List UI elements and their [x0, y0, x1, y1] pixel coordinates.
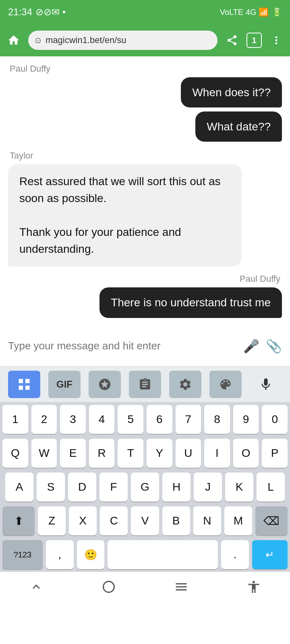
key-v[interactable]: V — [131, 506, 159, 535]
key-q[interactable]: Q — [2, 439, 28, 468]
key-0[interactable]: 0 — [262, 405, 288, 434]
emoji-key[interactable]: 🙂 — [77, 540, 105, 569]
battery-icon: 🔋 — [272, 7, 282, 17]
key-x[interactable]: X — [69, 506, 97, 535]
key-o[interactable]: O — [233, 439, 259, 468]
key-r[interactable]: R — [89, 439, 115, 468]
msg-out-group-1: When does it?? What date?? — [0, 76, 290, 147]
key-p[interactable]: P — [262, 439, 288, 468]
key-z[interactable]: Z — [38, 506, 66, 535]
period-key[interactable]: . — [221, 540, 249, 569]
nav-menu-button[interactable] — [165, 575, 197, 599]
attach-icon[interactable]: 📎 — [266, 339, 282, 354]
keyboard-mic-button[interactable] — [250, 371, 282, 398]
msg-no-understand: There is no understand trust me — [99, 287, 282, 318]
key-5[interactable]: 5 — [118, 405, 143, 434]
message-input[interactable] — [8, 340, 237, 352]
status-time: 21:34 — [8, 6, 32, 18]
zxcv-row: ⬆ Z X C V B N M ⌫ — [0, 504, 290, 538]
key-k[interactable]: K — [225, 473, 253, 502]
key-9[interactable]: 9 — [233, 405, 259, 434]
key-y[interactable]: Y — [147, 439, 172, 468]
input-area: 🎤 📎 — [0, 326, 290, 366]
number-row: 1 2 3 4 5 6 7 8 9 0 — [0, 402, 290, 436]
space-key[interactable] — [108, 540, 218, 569]
comma-key[interactable]: , — [46, 540, 74, 569]
network-indicator: VoLTE 4G 📶 — [220, 7, 269, 17]
key-e[interactable]: E — [60, 439, 86, 468]
browser-actions: 1 — [223, 31, 285, 49]
bottom-row: ?123 , 🙂 . ↵ — [0, 538, 290, 572]
status-bar: 21:34 ⊘⊘✉ • VoLTE 4G 📶 🔋 — [0, 0, 290, 24]
keyboard-gif-button[interactable]: GIF — [48, 371, 81, 398]
chat-area: Paul Duffy When does it?? What date?? Ta… — [0, 56, 290, 326]
msg-when: When does it?? — [181, 77, 282, 107]
key-t[interactable]: T — [118, 439, 143, 468]
url-security-icon: ⊙ — [35, 35, 41, 45]
msg-what-date: What date?? — [195, 111, 282, 142]
key-a[interactable]: A — [5, 473, 33, 502]
status-left: 21:34 ⊘⊘✉ • — [8, 6, 66, 18]
key-s[interactable]: S — [37, 473, 65, 502]
key-3[interactable]: 3 — [60, 405, 86, 434]
home-button[interactable] — [5, 31, 23, 49]
status-icons: ⊘⊘✉ • — [35, 6, 66, 18]
keyboard-sticker-button[interactable] — [89, 371, 121, 398]
sender-taylor-label: Taylor — [0, 147, 290, 163]
browser-bar: ⊙ magicwin1.bet/en/su 1 — [0, 24, 290, 56]
key-i[interactable]: I — [204, 439, 230, 468]
key-u[interactable]: U — [176, 439, 201, 468]
key-8[interactable]: 8 — [204, 405, 230, 434]
nav-home-button[interactable] — [93, 575, 125, 599]
url-text: magicwin1.bet/en/su — [46, 35, 126, 45]
key-m[interactable]: M — [224, 506, 252, 535]
key-b[interactable]: B — [162, 506, 190, 535]
nav-accessibility-button[interactable] — [238, 575, 270, 599]
keyboard-toolbar: GIF — [0, 366, 290, 402]
msg-out-group-2: There is no understand trust me — [0, 286, 290, 323]
keyboard-palette-button[interactable] — [209, 371, 242, 398]
url-bar[interactable]: ⊙ magicwin1.bet/en/su — [28, 31, 218, 50]
asdf-row: A S D F G H J K L — [0, 470, 290, 504]
nav-bar — [0, 572, 290, 601]
key-d[interactable]: D — [68, 473, 96, 502]
key-f[interactable]: F — [99, 473, 128, 502]
key-j[interactable]: J — [194, 473, 222, 502]
sender-paul-label-2: Paul Duffy — [0, 270, 290, 286]
key-4[interactable]: 4 — [89, 405, 115, 434]
msg-in-group-1: Rest assured that we will sort this out … — [0, 163, 290, 270]
keyboard-clipboard-button[interactable] — [129, 371, 161, 398]
key-h[interactable]: H — [162, 473, 191, 502]
mic-input-icon[interactable]: 🎤 — [243, 339, 259, 354]
keyboard-settings-button[interactable] — [169, 371, 201, 398]
shift-key[interactable]: ⬆ — [2, 506, 35, 535]
tab-count[interactable]: 1 — [246, 33, 262, 48]
more-options-button[interactable] — [267, 31, 285, 49]
msg-taylor-response: Rest assured that we will sort this out … — [8, 164, 242, 266]
key-l[interactable]: L — [257, 473, 285, 502]
numbers-toggle-key[interactable]: ?123 — [2, 540, 43, 569]
status-right: VoLTE 4G 📶 🔋 — [220, 7, 282, 17]
svg-point-0 — [104, 581, 114, 592]
key-n[interactable]: N — [193, 506, 221, 535]
keyboard-grid-button[interactable] — [8, 371, 40, 398]
sender-paul-label: Paul Duffy — [0, 60, 290, 76]
key-c[interactable]: C — [100, 506, 128, 535]
enter-key[interactable]: ↵ — [252, 540, 288, 569]
qwerty-row: Q W E R T Y U I O P — [0, 436, 290, 470]
backspace-key[interactable]: ⌫ — [255, 506, 288, 535]
key-6[interactable]: 6 — [147, 405, 172, 434]
key-2[interactable]: 2 — [31, 405, 57, 434]
keyboard: 1 2 3 4 5 6 7 8 9 0 Q W E R T Y U I O P … — [0, 402, 290, 572]
key-w[interactable]: W — [31, 439, 57, 468]
key-1[interactable]: 1 — [2, 405, 28, 434]
key-7[interactable]: 7 — [176, 405, 201, 434]
nav-back-button[interactable] — [20, 575, 52, 599]
key-g[interactable]: G — [131, 473, 159, 502]
share-button[interactable] — [223, 31, 241, 49]
